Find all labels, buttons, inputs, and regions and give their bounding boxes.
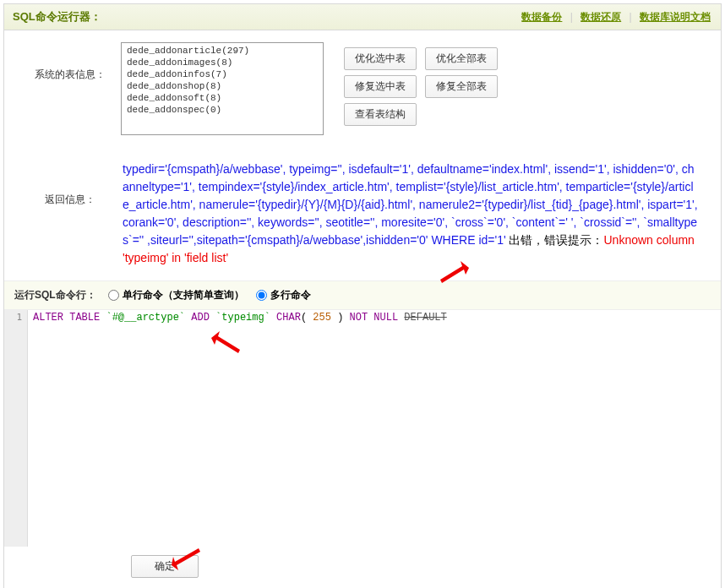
submit-row: 确定 [4,547,721,588]
return-info-msg: 出错，错误提示： [506,233,604,247]
code-area[interactable]: ALTER TABLE `#@__arctype` ADD `typeimg` … [28,310,721,547]
list-item[interactable]: dede_addonsoft(8) [123,92,321,104]
table-info-section: 系统的表信息： dede_addonarticle(297) dede_addo… [4,30,721,147]
token-keyword: NOT NULL [350,312,399,324]
token-keyword: ADD [191,312,210,324]
repair-all-button[interactable]: 修复全部表 [425,75,498,98]
radio-multi-line[interactable]: 多行命令 [256,288,311,302]
list-item[interactable]: dede_addoninfos(7) [123,68,321,80]
repair-selected-button[interactable]: 修复选中表 [344,75,417,98]
view-structure-button[interactable]: 查看表结构 [344,103,417,126]
token-paren: ) [337,312,343,324]
header-bar: SQL命令运行器： 数据备份 | 数据还原 | 数据库说明文档 [4,4,721,30]
table-info-label: 系统的表信息： [19,42,121,82]
radio-multi-input[interactable] [256,290,267,301]
token-paren: ( [301,312,307,324]
list-item[interactable]: dede_addonspec(0) [123,104,321,116]
separator: | [630,11,632,23]
optimize-selected-button[interactable]: 优化选中表 [344,47,417,70]
return-info-label: 返回信息： [19,159,121,207]
sql-run-label: 运行SQL命令行： [14,288,96,302]
editor-gutter: 1 [4,310,28,547]
return-info-section: 返回信息： typedir='{cmspath}/a/webbase', typ… [4,147,721,280]
list-item[interactable]: dede_addonimages(8) [123,57,321,68]
sql-run-bar: 运行SQL命令行： 单行命令（支持简单查询） 多行命令 [4,280,721,310]
list-item[interactable]: dede_addonshop(8) [123,80,321,92]
radio-single-line[interactable]: 单行命令（支持简单查询） [108,288,244,302]
token-keyword: TABLE [69,312,100,324]
button-grid: 优化选中表 优化全部表 修复选中表 修复全部表 查看表结构 [344,42,498,126]
token-keyword: ALTER [33,312,63,324]
link-backup[interactable]: 数据备份 [521,11,562,23]
token-identifier: `typeimg` [215,312,270,324]
optimize-all-button[interactable]: 优化全部表 [425,47,498,70]
link-docs[interactable]: 数据库说明文档 [640,11,711,23]
token-keyword-strike: DEFAULT [404,312,446,324]
header-links: 数据备份 | 数据还原 | 数据库说明文档 [520,10,712,24]
page-title: SQL命令运行器： [13,9,101,24]
radio-multi-label: 多行命令 [270,288,311,302]
submit-button[interactable]: 确定 [131,555,199,578]
separator: | [570,11,573,23]
radio-single-input[interactable] [108,290,119,301]
table-list[interactable]: dede_addonarticle(297) dede_addonimages(… [121,42,324,135]
link-restore[interactable]: 数据还原 [581,11,621,23]
token-number: 255 [313,312,331,324]
radio-single-label: 单行命令（支持简单查询） [123,288,244,302]
sql-editor[interactable]: 1 ALTER TABLE `#@__arctype` ADD `typeimg… [4,310,721,547]
line-number: 1 [4,312,22,323]
list-item[interactable]: dede_addonarticle(297) [123,45,321,57]
token-type: CHAR [276,312,301,324]
return-info-box[interactable]: typedir='{cmspath}/a/webbase', typeimg='… [121,159,706,269]
token-identifier: `#@__arctype` [106,312,185,324]
